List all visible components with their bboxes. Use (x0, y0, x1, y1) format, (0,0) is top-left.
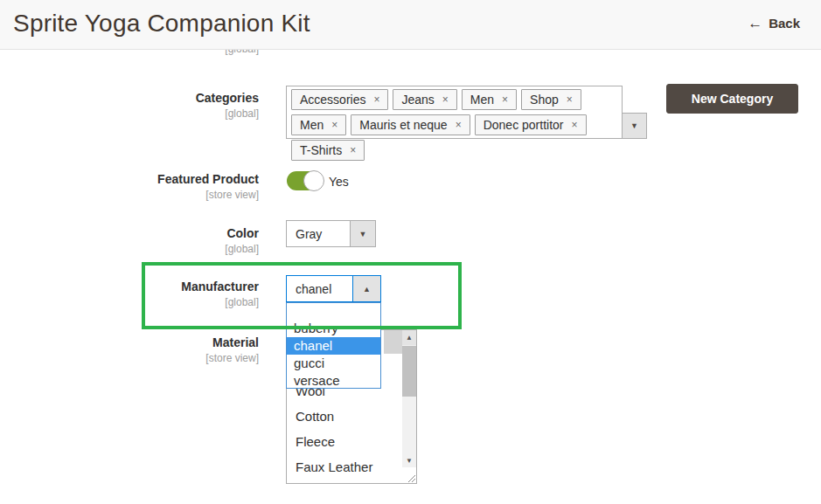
back-arrow-icon: ← (748, 16, 762, 31)
chevron-down-icon: ▼ (630, 121, 638, 130)
featured-toggle-value: Yes (329, 175, 349, 189)
categories-dropdown-toggle[interactable]: ▼ (622, 113, 647, 139)
category-tag-label: Shop (530, 93, 559, 107)
dropdown-option-versace[interactable]: versace (287, 372, 380, 389)
material-label: Material (0, 335, 259, 349)
new-category-button[interactable]: New Category (666, 84, 798, 114)
category-tag-label: Mauris et neque (359, 118, 447, 132)
category-tag: Mauris et neque × (351, 114, 470, 135)
toggle-knob (303, 170, 324, 191)
category-tag: Accessories × (291, 89, 388, 110)
category-tag: Men × (291, 114, 346, 135)
remove-tag-icon[interactable]: × (572, 120, 578, 130)
page-header: Sprite Yoga Companion Kit ← Back (0, 0, 821, 50)
featured-label: Featured Product (0, 172, 259, 186)
material-field-label: Material [store view] (0, 335, 259, 364)
categories-multiselect[interactable]: Accessories × Jeans × Men × Shop × Men ×… (286, 86, 623, 139)
manufacturer-scope: [global] (0, 296, 259, 308)
material-option-cotton[interactable]: Cotton (296, 405, 416, 431)
back-label: Back (769, 16, 800, 31)
category-tag-label: Donec porttitor (484, 118, 564, 132)
remove-tag-icon[interactable]: × (331, 120, 337, 130)
categories-field-label: Categories [global] (0, 91, 259, 120)
color-field-label: Color [global] (0, 226, 259, 255)
manufacturer-select[interactable]: chanel ▲ (286, 275, 381, 302)
remove-tag-icon[interactable]: × (456, 120, 462, 130)
remove-tag-icon[interactable]: × (350, 145, 356, 155)
remove-tag-icon[interactable]: × (567, 94, 573, 105)
manufacturer-label: Manufacturer (0, 280, 259, 293)
featured-field-label: Featured Product [store view] (0, 172, 259, 201)
back-button[interactable]: ← Back (748, 16, 800, 31)
color-scope: [global] (0, 243, 259, 255)
category-tag-label: Men (470, 93, 494, 107)
manufacturer-dropdown-list: buberry chanel gucci versace (286, 302, 381, 389)
remove-tag-icon[interactable]: × (502, 94, 508, 105)
category-tag: Jeans × (393, 89, 456, 110)
remove-tag-icon[interactable]: × (373, 94, 379, 105)
remove-tag-icon[interactable]: × (442, 94, 449, 105)
scrollbar-corner (384, 330, 402, 354)
material-scope: [store view] (0, 352, 259, 364)
categories-label: Categories (0, 91, 259, 105)
color-select-value: Gray (287, 221, 350, 246)
chevron-down-icon[interactable]: ▼ (350, 221, 375, 246)
categories-scope: [global] (0, 107, 259, 120)
manufacturer-field-label: Manufacturer [global] (0, 280, 259, 308)
resize-grip-icon[interactable] (401, 467, 416, 483)
category-tag: Men × (462, 89, 517, 110)
material-scrollbar[interactable]: ▲ ▼ (402, 330, 416, 468)
product-edit-page: [global] Sprite Yoga Companion Kit ← Bac… (0, 0, 821, 504)
material-option-faux-leather[interactable]: Faux Leather (296, 456, 416, 481)
color-select[interactable]: Gray ▼ (286, 220, 376, 247)
scrollbar-thumb[interactable] (402, 346, 416, 397)
page-title: Sprite Yoga Companion Kit (13, 10, 310, 38)
dropdown-option-gucci[interactable]: gucci (287, 355, 380, 372)
dropdown-option-buberry[interactable]: buberry (287, 320, 380, 337)
color-label: Color (0, 226, 259, 240)
category-tag-label: Jeans (401, 93, 434, 107)
material-option-fleece[interactable]: Fleece (296, 431, 416, 456)
chevron-up-icon[interactable]: ▲ (352, 276, 380, 301)
featured-toggle[interactable] (287, 171, 323, 190)
scroll-down-icon[interactable]: ▼ (402, 453, 416, 468)
category-tag: T-Shirts × (291, 140, 365, 161)
manufacturer-select-value: chanel (287, 276, 352, 301)
category-tag: Donec porttitor × (475, 114, 587, 135)
featured-scope: [store view] (0, 189, 259, 201)
dropdown-option-chanel[interactable]: chanel (287, 337, 380, 355)
category-tag: Shop × (521, 89, 581, 110)
category-tag-label: Accessories (300, 93, 365, 107)
category-tag-label: T-Shirts (300, 143, 342, 157)
dropdown-option-empty[interactable] (287, 303, 380, 320)
category-tag-label: Men (300, 118, 324, 132)
scroll-up-icon[interactable]: ▲ (402, 330, 416, 345)
